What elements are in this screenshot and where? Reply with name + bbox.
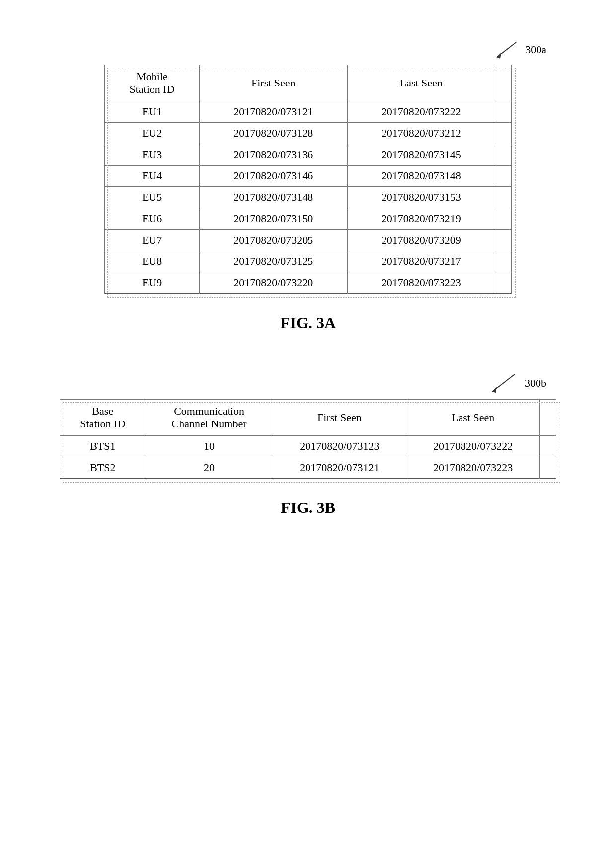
table-row: EU7 20170820/073205 20170820/073209	[105, 230, 512, 251]
table-row: EU8 20170820/073125 20170820/073217	[105, 251, 512, 272]
cell-station-id: EU9	[105, 272, 200, 294]
label-300a-text: 300a	[525, 43, 546, 56]
cell-first-seen: 20170820/073148	[200, 187, 347, 208]
cell-last-seen: 20170820/073222	[347, 101, 495, 123]
cell-extra	[540, 436, 556, 457]
table-row: EU6 20170820/073150 20170820/073219	[105, 208, 512, 230]
table-row: EU2 20170820/073128 20170820/073212	[105, 123, 512, 144]
table-3b-body: BTS1 10 20170820/073123 20170820/073222 …	[60, 436, 556, 479]
col-b-header-channel: CommunicationChannel Number	[146, 400, 273, 436]
col-header-last-seen: Last Seen	[347, 65, 495, 101]
cell-base-station-id: BTS1	[60, 436, 146, 457]
cell-extra	[495, 187, 512, 208]
cell-extra	[495, 166, 512, 187]
fig-3b-section: 300b BaseStation ID CommunicationChannel…	[40, 372, 576, 527]
cell-last-seen: 20170820/073145	[347, 144, 495, 166]
cell-station-id: EU1	[105, 101, 200, 123]
fig-3a-section: 300a MobileStation ID First Seen Last Se…	[40, 40, 576, 342]
cell-last-seen: 20170820/073217	[347, 251, 495, 272]
cell-station-id: EU4	[105, 166, 200, 187]
fig-3b-caption: FIG. 3B	[281, 499, 335, 517]
cell-last-seen: 20170820/073223	[406, 457, 540, 479]
table-3b-header-row: BaseStation ID CommunicationChannel Numb…	[60, 400, 556, 436]
table-row: EU3 20170820/073136 20170820/073145	[105, 144, 512, 166]
fig-3a-caption: FIG. 3A	[280, 314, 336, 332]
cell-first-seen: 20170820/073150	[200, 208, 347, 230]
table-3a-header-row: MobileStation ID First Seen Last Seen	[105, 65, 512, 101]
col-b-header-last-seen: Last Seen	[406, 400, 540, 436]
cell-station-id: EU7	[105, 230, 200, 251]
col-header-extra	[495, 65, 512, 101]
table-3b: BaseStation ID CommunicationChannel Numb…	[60, 399, 556, 479]
col-header-mobile-station-id: MobileStation ID	[105, 65, 200, 101]
cell-first-seen: 20170820/073125	[200, 251, 347, 272]
cell-first-seen: 20170820/073123	[273, 436, 406, 457]
svg-marker-3	[492, 387, 497, 393]
cell-last-seen: 20170820/073148	[347, 166, 495, 187]
cell-extra	[540, 457, 556, 479]
cell-first-seen: 20170820/073205	[200, 230, 347, 251]
label-300a: 300a	[491, 40, 546, 60]
cell-last-seen: 20170820/073222	[406, 436, 540, 457]
col-header-first-seen: First Seen	[200, 65, 347, 101]
table-row: EU9 20170820/073220 20170820/073223	[105, 272, 512, 294]
cell-channel: 10	[146, 436, 273, 457]
table-3b-wrapper: BaseStation ID CommunicationChannel Numb…	[60, 399, 556, 479]
cell-first-seen: 20170820/073146	[200, 166, 347, 187]
cell-extra	[495, 123, 512, 144]
cell-extra	[495, 144, 512, 166]
cell-first-seen: 20170820/073136	[200, 144, 347, 166]
cell-first-seen: 20170820/073121	[273, 457, 406, 479]
cell-station-id: EU5	[105, 187, 200, 208]
col-b-header-first-seen: First Seen	[273, 400, 406, 436]
cell-last-seen: 20170820/073153	[347, 187, 495, 208]
cell-station-id: EU6	[105, 208, 200, 230]
cell-station-id: EU8	[105, 251, 200, 272]
cell-extra	[495, 101, 512, 123]
cell-extra	[495, 230, 512, 251]
cell-last-seen: 20170820/073212	[347, 123, 495, 144]
svg-line-0	[499, 42, 516, 56]
table-3a-body: EU1 20170820/073121 20170820/073222 EU2 …	[105, 101, 512, 294]
label-300b-text: 300b	[525, 377, 546, 390]
cell-last-seen: 20170820/073219	[347, 208, 495, 230]
table-row: EU1 20170820/073121 20170820/073222	[105, 101, 512, 123]
cell-channel: 20	[146, 457, 273, 479]
cell-last-seen: 20170820/073209	[347, 230, 495, 251]
arrow-300a-icon	[491, 40, 521, 60]
page: 300a MobileStation ID First Seen Last Se…	[0, 0, 616, 842]
label-300b: 300b	[486, 372, 546, 394]
table-row: BTS1 10 20170820/073123 20170820/073222	[60, 436, 556, 457]
cell-last-seen: 20170820/073223	[347, 272, 495, 294]
svg-line-2	[495, 374, 515, 390]
cell-station-id: EU2	[105, 123, 200, 144]
table-row: EU5 20170820/073148 20170820/073153	[105, 187, 512, 208]
table-row: BTS2 20 20170820/073121 20170820/073223	[60, 457, 556, 479]
arrow-300b-icon	[486, 372, 521, 394]
cell-base-station-id: BTS2	[60, 457, 146, 479]
cell-extra	[495, 272, 512, 294]
table-row: EU4 20170820/073146 20170820/073148	[105, 166, 512, 187]
col-b-header-extra	[540, 400, 556, 436]
table-3a-wrapper: MobileStation ID First Seen Last Seen EU…	[104, 65, 512, 294]
cell-first-seen: 20170820/073121	[200, 101, 347, 123]
cell-first-seen: 20170820/073128	[200, 123, 347, 144]
cell-extra	[495, 251, 512, 272]
table-3a: MobileStation ID First Seen Last Seen EU…	[104, 65, 512, 294]
cell-first-seen: 20170820/073220	[200, 272, 347, 294]
cell-station-id: EU3	[105, 144, 200, 166]
col-b-header-base-station-id: BaseStation ID	[60, 400, 146, 436]
svg-marker-1	[496, 53, 501, 59]
cell-extra	[495, 208, 512, 230]
